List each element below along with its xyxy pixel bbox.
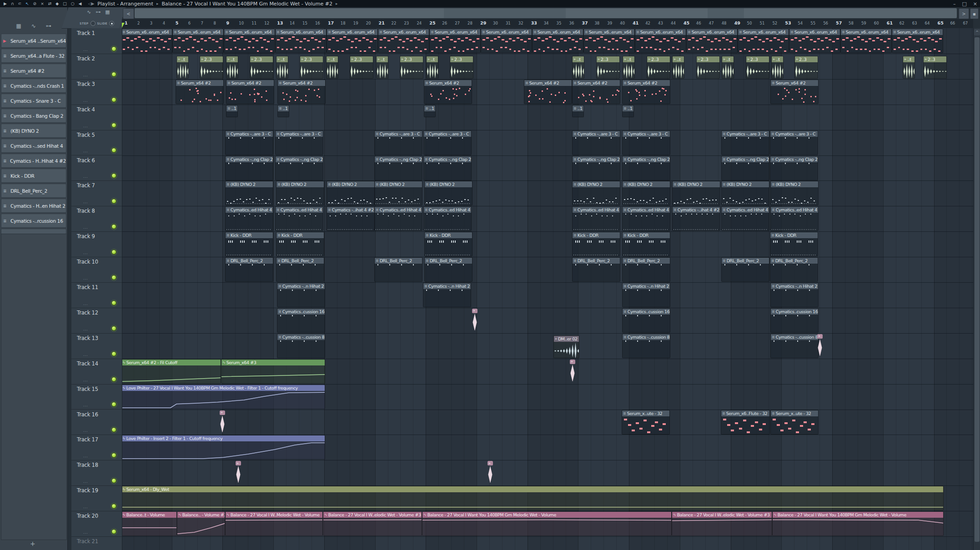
pattern-clip-track7[interactable]: ≣ (KB) DYNO 2 — [225, 181, 273, 205]
track-header-13[interactable]: Track 13... — [71, 333, 122, 359]
pattern-clip-track5[interactable]: ≣ Cymatics -..are 3 - C — [374, 130, 422, 155]
pattern-clip-track5[interactable]: ≣ Cymatics -..are 3 - C — [721, 130, 769, 155]
pattern-clip-track7[interactable]: ≣ (KB) DYNO 2 — [374, 181, 422, 205]
automation-clip-track20[interactable]: ∿ Balance - 27 Vocal I Want You 140BPM G… — [772, 511, 944, 536]
track-name[interactable]: Track 17 — [77, 436, 98, 443]
pattern-clip-track6[interactable]: ≣ Cymatics -..ng Clap 2 — [721, 156, 769, 180]
pattern-clip-track5[interactable]: ≣ Cymatics -..are 3 - C — [622, 130, 670, 155]
automation-clip-track14[interactable]: ∿ Serum_x64 #3 — [221, 359, 325, 384]
pattern-clip-track1[interactable]: ≣ Serum_x6..erum_x64 — [275, 29, 327, 53]
track-enable-led[interactable] — [111, 275, 116, 280]
ruler-options-button[interactable]: ▪ — [970, 8, 979, 19]
pattern-clip-track9[interactable]: ≣ Kick - DDR — [424, 232, 472, 256]
picker-item[interactable]: ≣ Cymatics - Bang Clap 2 — [1, 109, 66, 123]
track-enable-led[interactable] — [111, 529, 116, 534]
audio-clip-track2[interactable]: » 2..3 — [647, 56, 670, 79]
track-header-15[interactable]: Track 15... — [71, 384, 122, 410]
maximize-button[interactable]: □ — [962, 1, 966, 7]
picker-item[interactable]: ≣ Serum_x64..a Flute - 32 — [1, 49, 66, 63]
piano-icon[interactable]: ▦ — [105, 9, 110, 15]
audio-clip-track2[interactable]: » 2..3 — [696, 56, 720, 79]
track-enable-led[interactable] — [111, 173, 116, 178]
track-name[interactable]: Track 4 — [77, 106, 95, 113]
track-name[interactable]: Track 11 — [77, 284, 98, 290]
playlist-grid[interactable]: ≣ Serum_x6..erum_x64≣ Serum_x6..erum_x64… — [122, 28, 973, 550]
pattern-clip-track13[interactable]: ≣ Cymatics -..cussion 8 — [622, 334, 670, 358]
audio-clip-track2[interactable]: » 2..3 — [300, 56, 323, 79]
piano-icon[interactable]: ▦ — [16, 23, 21, 29]
pattern-clip-track11[interactable]: ≣ Cymatics -..n Hihat 2 — [622, 283, 670, 307]
pattern-clip-track4[interactable]: ≣ ..1 — [424, 105, 436, 117]
automation-clip-track15[interactable]: ∿ Love Philter - 27 Vocal I Want You 140… — [122, 385, 325, 409]
pattern-clip-track6[interactable]: ≣ Cymatics -..ng Clap 2 — [374, 156, 422, 180]
pattern-clip-track10[interactable]: ≣ DRL_Bell_Perc_2 — [424, 257, 472, 282]
track-enable-led[interactable] — [111, 46, 116, 51]
track-header-11[interactable]: Track 11... — [71, 282, 122, 308]
picker-item[interactable]: ≣ Cymatics - H..Hihat 4 #2 — [1, 154, 66, 168]
pattern-clip-track3[interactable]: ≣ Serum_x64 #2 — [572, 80, 620, 104]
pattern-clip-track1[interactable]: ≣ Serum_x6..erum_x64 — [840, 29, 892, 53]
pattern-clip-track9[interactable]: ≣ Kick - DDR — [770, 232, 818, 256]
pattern-clip-track4[interactable]: ≣ ..1 — [226, 105, 238, 117]
audio-clip-track2[interactable]: » 2..3 — [200, 56, 223, 79]
track-header-16[interactable]: Track 16... — [71, 410, 122, 435]
pattern-clip-track1[interactable]: ≣ Serum_x6..erum_x64 — [635, 29, 686, 53]
track-header-21[interactable]: Track 21 — [71, 536, 122, 550]
track-name[interactable]: Track 12 — [77, 310, 98, 316]
pattern-clip-track6[interactable]: ≣ Cymatics -..ng Clap 2 — [423, 156, 472, 180]
pattern-clip-track9[interactable]: ≣ Kick - DDR — [276, 232, 324, 256]
track-name[interactable]: Track 8 — [77, 208, 95, 214]
audio-clip-track2[interactable]: » 2..3 — [400, 56, 423, 79]
horizontal-scrollbar[interactable] — [135, 8, 957, 18]
audio-chop-clip-track13[interactable]: » — [817, 334, 823, 356]
automation-clip-track20[interactable]: ∿ Balance - 27 Vocal I W..elodic Wet - V… — [672, 511, 772, 536]
pattern-clip-track10[interactable]: ≣ DRL_Bell_Perc_2 — [225, 257, 273, 282]
automation-clip-track20[interactable]: ∿ Balance - 27 Vocal I W..elodic Wet - V… — [323, 511, 422, 536]
pattern-clip-track3[interactable]: ≣ Serum_x64 #2 — [277, 80, 326, 104]
track-name[interactable]: Track 18 — [77, 462, 98, 468]
automation-clip-track20[interactable]: ∿ Balance.. - Volume #2 — [177, 511, 225, 536]
pattern-clip-track11[interactable]: ≣ Cymatics -..n Hihat 2 — [277, 283, 325, 307]
picker-item[interactable]: ▶ Serum_x64 ..Serum_x64 — [1, 34, 66, 48]
pattern-clip-track16[interactable]: ≣ Serum_x6..Flute - 32 — [721, 410, 770, 435]
track-enable-led[interactable] — [111, 199, 116, 204]
track-header-9[interactable]: Track 9... — [71, 231, 122, 257]
automation-clip-track17[interactable]: ∿ Love Philter - Insert 2 - Filter 1 - C… — [122, 435, 325, 460]
track-header-7[interactable]: Track 7... — [71, 180, 122, 206]
track-name[interactable]: Track 19 — [77, 487, 98, 494]
picker-item[interactable]: ≣ Cymatics -..nds Crash 1 — [1, 79, 66, 93]
pattern-clip-track10[interactable]: ≣ DRL_Bell_Perc_2 — [622, 257, 670, 282]
track-header-14[interactable]: Track 14... — [71, 359, 122, 385]
minimize-button[interactable]: – — [953, 1, 956, 7]
pattern-clip-track9[interactable]: ≣ Kick - DDR — [225, 232, 273, 256]
track-enable-led[interactable] — [111, 377, 116, 382]
pattern-clip-track7[interactable]: ≣ (KB) DYNO 2 — [721, 181, 769, 205]
audio-clip-track2[interactable]: » 2..3 — [794, 56, 818, 79]
pattern-clip-track5[interactable]: ≣ Cymatics -..are 3 - C — [572, 130, 620, 155]
track-header-1[interactable]: Track 1... — [71, 28, 122, 54]
picker-item[interactable]: ≣ Cymatics -..rcussion 16 — [1, 214, 66, 228]
picker-item[interactable]: ≣ Cymatics - H..en Hihat 2 — [1, 199, 66, 213]
picker-item[interactable]: ≣ Cymatics -..sed Hihat 4 — [1, 139, 66, 153]
track-enable-led[interactable] — [111, 326, 116, 331]
automation-clip-track20[interactable]: ∿ Balance..t - Volume — [122, 511, 177, 536]
picker-item[interactable]: ≣ (KB) DYNO 2 — [1, 124, 66, 138]
pattern-clip-track3[interactable]: ≣ Serum_x64 #2 — [226, 80, 274, 104]
pattern-clip-track10[interactable]: ≣ DRL_Bell_Perc_2 — [721, 257, 769, 282]
track-name[interactable]: Track 21 — [77, 538, 98, 545]
pattern-clip-track10[interactable]: ≣ DRL_Bell_Perc_2 — [572, 257, 620, 282]
picker-item[interactable]: ≣ Kick - DDR — [1, 169, 66, 183]
play-icon[interactable]: ▶ — [4, 0, 7, 7]
mute-speaker-icon[interactable]: × — [40, 0, 44, 7]
track-name[interactable]: Track 20 — [77, 513, 98, 519]
audio-chop-clip-track16[interactable]: » — [220, 410, 225, 432]
pattern-clip-track8[interactable]: ≣ Cymatics..ed Hihat 4 — [225, 206, 273, 231]
pattern-clip-track5[interactable]: ≣ Cymatics -..are 3 - C — [225, 130, 273, 155]
disable-icon[interactable]: ⊘ — [33, 0, 37, 7]
automation-icon[interactable]: ⊶ — [95, 9, 101, 15]
audio-chop-clip-track18[interactable]: » — [236, 461, 241, 483]
track-name[interactable]: Track 3 — [77, 81, 95, 87]
breadcrumb-arrangement-name[interactable]: Balance - 27 Vocal I Want You 140BPM Gm … — [162, 1, 332, 7]
pattern-clip-track1[interactable]: ≣ Serum_x6..erum_x64 — [327, 29, 378, 53]
cursor-icon[interactable]: ↖ — [25, 0, 29, 7]
